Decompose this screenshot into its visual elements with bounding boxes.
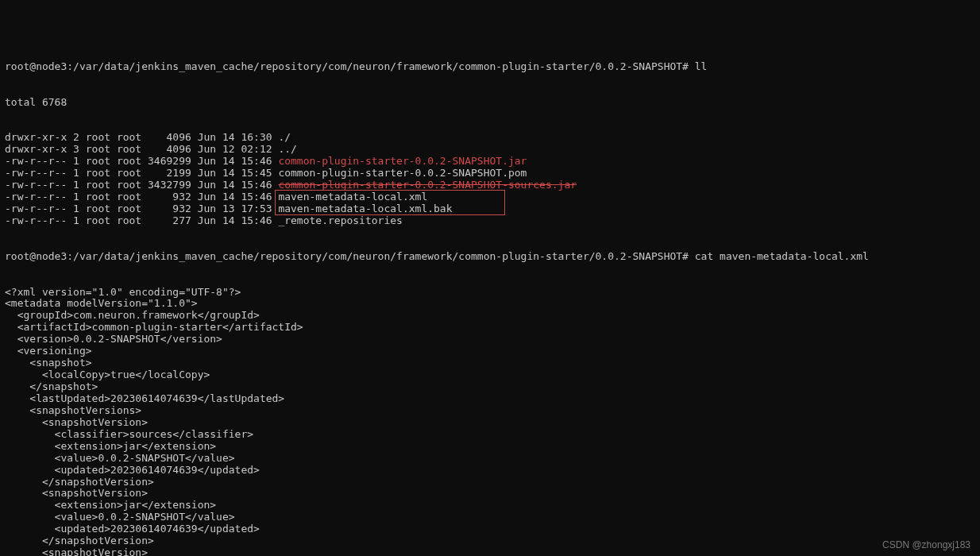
- ls-row: -rw-r--r-- 1 root root 932 Jun 13 17:53 …: [5, 203, 975, 215]
- xml-line: <versioning>: [5, 346, 975, 357]
- ls-row-meta: -rw-r--r-- 1 root root 3469299 Jun 14 15…: [5, 155, 278, 167]
- ls-filename: common-plugin-starter-0.0.2-SNAPSHOT.pom: [278, 167, 527, 179]
- ls-filename: ../: [278, 143, 296, 155]
- ls-filename: ./: [278, 131, 291, 143]
- xml-line: <value>0.0.2-SNAPSHOT</value>: [5, 512, 975, 523]
- xml-line: <extension>jar</extension>: [5, 500, 975, 512]
- ls-row-meta: drwxr-xr-x 3 root root 4096 Jun 12 02:12: [5, 143, 278, 155]
- xml-line: <snapshotVersion>: [5, 417, 975, 429]
- ls-row: drwxr-xr-x 3 root root 4096 Jun 12 02:12…: [5, 144, 975, 156]
- xml-line: <classifier>sources</classifier>: [5, 429, 975, 441]
- prompt-line-1: root@node3:/var/data/jenkins_maven_cache…: [5, 61, 975, 73]
- ls-row: -rw-r--r-- 1 root root 932 Jun 14 15:46 …: [5, 191, 975, 203]
- ls-row: -rw-r--r-- 1 root root 3432799 Jun 14 15…: [5, 180, 975, 191]
- xml-line: <artifactId>common-plugin-starter</artif…: [5, 322, 975, 334]
- ls-row-meta: -rw-r--r-- 1 root root 932 Jun 13 17:53: [5, 203, 278, 214]
- xml-line: </snapshotVersion>: [5, 477, 975, 488]
- ls-row-meta: drwxr-xr-x 2 root root 4096 Jun 14 16:30: [5, 131, 278, 143]
- xml-line: <extension>jar</extension>: [5, 441, 975, 453]
- xml-line: <snapshot>: [5, 357, 975, 369]
- xml-line: <?xml version="1.0" encoding="UTF-8"?>: [5, 287, 975, 299]
- ls-row-meta: -rw-r--r-- 1 root root 3432799 Jun 14 15…: [5, 179, 278, 191]
- ls-row: -rw-r--r-- 1 root root 3469299 Jun 14 15…: [5, 156, 975, 168]
- xml-output: <?xml version="1.0" encoding="UTF-8"?><m…: [5, 287, 975, 557]
- ls-row: drwxr-xr-x 2 root root 4096 Jun 14 16:30…: [5, 132, 975, 144]
- cmd-ll: ll: [695, 60, 708, 72]
- cmd-cat: cat maven-metadata-local.xml: [695, 250, 869, 262]
- xml-line: </snapshotVersion>: [5, 535, 975, 547]
- ls-filename: common-plugin-starter-0.0.2-SNAPSHOT-sou…: [278, 179, 577, 191]
- xml-line: <lastUpdated>20230614074639</lastUpdated…: [5, 393, 975, 405]
- ls-filename: maven-metadata-local.xml: [278, 191, 427, 203]
- prompt-2: root@node3:/var/data/jenkins_maven_cache…: [5, 250, 689, 262]
- ls-row-meta: -rw-r--r-- 1 root root 2199 Jun 14 15:45: [5, 167, 278, 179]
- ls-listing: drwxr-xr-x 2 root root 4096 Jun 14 16:30…: [5, 132, 975, 227]
- watermark: CSDN @zhongxj183: [882, 540, 970, 551]
- prompt-line-2: root@node3:/var/data/jenkins_maven_cache…: [5, 251, 975, 263]
- xml-line: <updated>20230614074639</updated>: [5, 465, 975, 477]
- prompt-1: root@node3:/var/data/jenkins_maven_cache…: [5, 60, 689, 72]
- terminal[interactable]: root@node3:/var/data/jenkins_maven_cache…: [0, 37, 980, 556]
- xml-line: <version>0.0.2-SNAPSHOT</version>: [5, 334, 975, 346]
- ls-row: -rw-r--r-- 1 root root 277 Jun 14 15:46 …: [5, 215, 975, 227]
- xml-line: </snapshot>: [5, 381, 975, 393]
- ls-row-meta: -rw-r--r-- 1 root root 932 Jun 14 15:46: [5, 191, 278, 203]
- xml-line: <localCopy>true</localCopy>: [5, 369, 975, 381]
- xml-line: <metadata modelVersion="1.1.0">: [5, 298, 975, 310]
- xml-line: <snapshotVersion>: [5, 547, 975, 556]
- ls-row-meta: -rw-r--r-- 1 root root 277 Jun 14 15:46: [5, 214, 278, 226]
- xml-line: <snapshotVersion>: [5, 488, 975, 500]
- xml-line: <value>0.0.2-SNAPSHOT</value>: [5, 453, 975, 465]
- xml-line: <snapshotVersions>: [5, 405, 975, 417]
- xml-line: <groupId>com.neuron.framework</groupId>: [5, 310, 975, 322]
- total-line: total 6768: [5, 97, 975, 109]
- ls-filename: _remote.repositories: [278, 214, 403, 226]
- ls-filename: maven-metadata-local.xml.bak: [278, 203, 452, 214]
- ls-filename: common-plugin-starter-0.0.2-SNAPSHOT.jar: [278, 155, 527, 167]
- xml-line: <updated>20230614074639</updated>: [5, 523, 975, 535]
- ls-row: -rw-r--r-- 1 root root 2199 Jun 14 15:45…: [5, 168, 975, 180]
